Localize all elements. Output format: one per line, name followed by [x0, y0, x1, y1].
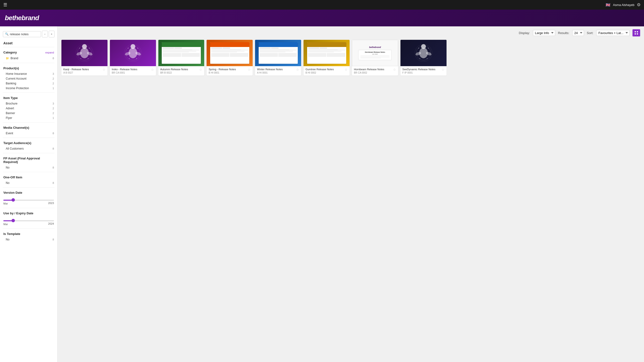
expiry-date-slider-thumb[interactable]: [12, 219, 15, 222]
asset-name: Kanji - Release Notes: [63, 68, 89, 71]
search-bar-container: 🔍 ‹ ×: [0, 29, 57, 39]
favorite-star-icon[interactable]: ☆: [442, 68, 444, 71]
filter-expiry-date: Use by / Expiry Date Mar 2024: [0, 209, 57, 228]
asset-info: SeeDynamic Release Notes F IP 0001 ☆: [400, 66, 446, 75]
version-date-end-label: 2023: [48, 202, 54, 205]
filter-fp-asset-no[interactable]: No 8: [0, 165, 57, 170]
asset-info: Winter Release Notes A HI 0001 ☆: [255, 66, 301, 75]
template-no-count: 8: [52, 238, 54, 241]
filter-version-date: Version Date Mar 2023: [0, 188, 57, 207]
display-select[interactable]: Large Info Small Info List: [533, 30, 555, 36]
favorite-star-icon[interactable]: ☆: [248, 68, 251, 71]
filter-audience-all-customers[interactable]: All Customers 8: [0, 146, 57, 151]
favorite-star-icon[interactable]: ☆: [151, 68, 154, 71]
product-banking-label: Banking: [6, 82, 16, 85]
favorite-star-icon[interactable]: ☆: [393, 68, 396, 71]
expiry-date-start-label: Mar: [3, 223, 8, 226]
favorite-star-icon[interactable]: ☆: [102, 68, 106, 71]
filter-toggle-button[interactable]: [632, 29, 640, 36]
filter-item-advert[interactable]: Advert 2: [0, 106, 57, 111]
svg-rect-2: [635, 33, 636, 34]
asset-card[interactable]: SeeDynamic Release Notes F IP 0001 ☆: [400, 40, 446, 75]
search-prev-button[interactable]: ‹: [42, 31, 48, 37]
svg-rect-0: [635, 31, 636, 32]
filter-media-event[interactable]: Event 8: [0, 131, 57, 136]
asset-text: Spring - Release Notes B HI 0001: [208, 68, 236, 74]
filter-product-banking[interactable]: Banking 2: [0, 81, 57, 86]
divider-6: [3, 153, 54, 153]
asset-card[interactable]: Iroko - Release Notes BR CA 0001 ☆: [110, 40, 156, 75]
filter-product-income-protection[interactable]: Income Protection 1: [0, 86, 57, 91]
filter-media-channel-header[interactable]: Media Channel(s): [0, 124, 57, 131]
version-date-slider-track[interactable]: [3, 200, 54, 201]
asset-code: BR B 0022: [160, 71, 188, 74]
search-icon: 🔍: [5, 32, 9, 36]
asset-thumbnail: [206, 40, 253, 66]
svg-point-25: [140, 53, 140, 53]
filter-item-flyer[interactable]: Flyer 1: [0, 116, 57, 120]
filter-fp-asset-header[interactable]: FP Asset (Final Approval Required): [0, 155, 57, 165]
svg-point-14: [80, 58, 81, 59]
filter-product-current-account[interactable]: Current Account 2: [0, 76, 57, 81]
favorite-star-icon[interactable]: ☆: [296, 68, 299, 71]
filter-is-template: Is Template No 8: [0, 230, 57, 243]
filter-expiry-date-label: Use by / Expiry Date: [3, 211, 33, 215]
filter-target-audience-header[interactable]: Target Audience(s): [0, 140, 57, 146]
filter-item-brochure[interactable]: Brochure 3: [0, 101, 57, 106]
folder-icon: 📁: [6, 57, 9, 60]
asset-card[interactable]: Kanji - Release Notes A B 0027 ☆: [62, 40, 108, 75]
asset-card[interactable]: Autumm Release Notes BR B 0022 ☆: [158, 40, 204, 75]
filter-template-no[interactable]: No 8: [0, 237, 57, 242]
main-layout: 🔍 ‹ × Asset Category expand 📁 Brand 8: [0, 26, 644, 362]
divider-2: [3, 63, 54, 63]
one-off-no-label: No: [6, 181, 9, 185]
filter-products-header[interactable]: Product(s): [0, 65, 57, 71]
asset-name: Iroko - Release Notes: [112, 68, 137, 71]
expiry-date-slider-container: Mar 2024: [0, 217, 57, 227]
search-clear-button[interactable]: ×: [49, 31, 54, 37]
filter-one-off-item-header[interactable]: One-Off Item: [0, 174, 57, 181]
asset-card[interactable]: Spring - Release Notes B HI 0001 ☆: [206, 40, 253, 75]
asset-text: Winter Release Notes A HI 0001: [257, 68, 283, 74]
filter-category-expand[interactable]: expand: [45, 51, 54, 54]
version-date-slider-thumb[interactable]: [12, 198, 15, 202]
expiry-date-slider-track[interactable]: [3, 220, 54, 221]
divider-1: [3, 47, 54, 47]
sort-select[interactable]: Favourites + Lat... Name A-Z Name Z-A Da…: [596, 30, 630, 36]
asset-code: F IP 0001: [402, 71, 436, 74]
svg-point-34: [418, 48, 419, 49]
svg-rect-1: [637, 31, 638, 32]
filter-item-banner[interactable]: Banner 2: [0, 111, 57, 116]
divider-8: [3, 187, 54, 187]
favorite-star-icon[interactable]: ☆: [344, 68, 348, 71]
item-flyer-count: 1: [52, 116, 54, 119]
language-flag-icon[interactable]: 🇬🇧: [606, 3, 610, 7]
asset-card[interactable]: Gumtree Release Notes B HI 0002 ☆: [304, 40, 350, 75]
filter-category-header[interactable]: Category expand: [0, 49, 57, 56]
filter-item-type-header[interactable]: Item Type: [0, 95, 57, 101]
filter-expiry-date-header[interactable]: Use by / Expiry Date: [0, 210, 57, 217]
filter-version-date-header[interactable]: Version Date: [0, 189, 57, 196]
results-select[interactable]: 24 48 96: [572, 30, 584, 36]
asset-card[interactable]: Winter Release Notes A HI 0001 ☆: [255, 40, 301, 75]
media-event-label: Event: [6, 132, 13, 135]
divider-9: [3, 208, 54, 208]
expiry-date-end-label: 2024: [48, 222, 54, 226]
settings-icon[interactable]: ⚙: [637, 2, 641, 7]
item-banner-label: Banner: [6, 111, 15, 115]
asset-thumbnail: bethebrand Hornbeam Release Notes Q1 202…: [352, 40, 398, 66]
filter-product-home-insurance[interactable]: Home Insurance 3: [0, 71, 57, 76]
search-input[interactable]: [10, 32, 39, 36]
filter-category-brand[interactable]: 📁 Brand 8: [0, 56, 57, 61]
asset-thumbnail: [158, 40, 204, 66]
top-nav-right: 🇬🇧 Asma Alshayeb ⚙: [606, 2, 641, 7]
asset-card[interactable]: bethebrand Hornbeam Release Notes Q1 202…: [352, 40, 398, 75]
filter-is-template-header[interactable]: Is Template: [0, 231, 57, 237]
filter-one-off-no[interactable]: No 8: [0, 181, 57, 185]
menu-icon[interactable]: ☰: [3, 2, 7, 7]
asset-grid: Kanji - Release Notes A B 0027 ☆: [62, 40, 640, 75]
favorite-star-icon[interactable]: ☆: [199, 68, 202, 71]
asset-code: BR CA 0002: [354, 71, 384, 74]
brand-logo: bethebrand: [5, 14, 39, 22]
fp-asset-no-count: 8: [52, 166, 54, 169]
